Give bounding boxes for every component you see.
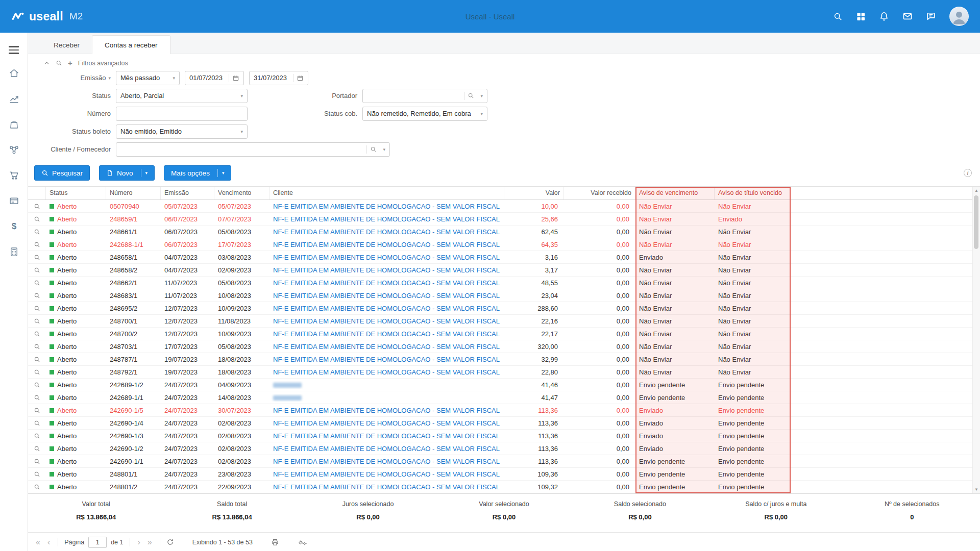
row-zoom-icon[interactable]	[28, 280, 46, 286]
period-select[interactable]: Mês passado▾	[116, 71, 180, 85]
first-page-button[interactable]: «	[34, 538, 42, 546]
chat-icon[interactable]	[926, 11, 936, 21]
table-row[interactable]: Aberto 248658/1 04/07/2023 03/08/2023 NF…	[28, 251, 980, 264]
row-zoom-icon[interactable]	[28, 318, 46, 324]
column-header-numero[interactable]: Número	[106, 187, 161, 199]
date-from-input[interactable]: 01/07/2023	[185, 71, 244, 85]
row-cliente-link[interactable]: NF-E EMITIDA EM AMBIENTE DE HOMOLOGACAO …	[273, 470, 500, 478]
row-zoom-icon[interactable]	[28, 343, 46, 350]
calendar-icon[interactable]	[232, 74, 239, 82]
table-row[interactable]: Aberto 05070940 05/07/2023 05/07/2023 NF…	[28, 200, 980, 213]
column-header-valor-recebido[interactable]: Valor recebido	[564, 187, 635, 199]
row-cliente-link[interactable]: NF-E EMITIDA EM AMBIENTE DE HOMOLOGACAO …	[273, 254, 500, 261]
row-zoom-icon[interactable]	[28, 458, 46, 465]
bell-icon[interactable]	[879, 11, 889, 21]
last-page-button[interactable]: »	[146, 538, 154, 546]
sidebar-item-finance[interactable]: $	[0, 213, 28, 239]
add-filter-icon[interactable]: +	[68, 59, 72, 67]
row-zoom-icon[interactable]	[28, 267, 46, 273]
table-row[interactable]: Aberto 248662/1 11/07/2023 05/08/2023 NF…	[28, 277, 980, 289]
mail-icon[interactable]	[902, 11, 913, 21]
table-row[interactable]: Aberto 248801/1 24/07/2023 23/08/2023 NF…	[28, 468, 980, 481]
column-header-vencimento[interactable]: Vencimento	[214, 187, 270, 199]
table-row[interactable]: Aberto 242690-1/3 24/07/2023 02/08/2023 …	[28, 430, 980, 442]
row-zoom-icon[interactable]	[28, 394, 46, 401]
row-zoom-icon[interactable]	[28, 433, 46, 439]
sidebar-item-sales[interactable]	[0, 162, 28, 188]
row-cliente-link[interactable]: NF-E EMITIDA EM AMBIENTE DE HOMOLOGACAO …	[273, 203, 500, 210]
row-cliente-link[interactable]: NF-E EMITIDA EM AMBIENTE DE HOMOLOGACAO …	[273, 407, 500, 414]
table-row[interactable]: Aberto 242689-1/1 24/07/2023 14/08/2023 …	[28, 391, 980, 404]
row-cliente-link[interactable]: NF-E EMITIDA EM AMBIENTE DE HOMOLOGACAO …	[273, 458, 500, 465]
table-row[interactable]: Aberto 242688-1/1 06/07/2023 17/07/2023 …	[28, 238, 980, 251]
date-to-input[interactable]: 31/07/2023	[249, 71, 308, 85]
table-row[interactable]: Aberto 248683/1 11/07/2023 10/08/2023 NF…	[28, 289, 980, 302]
row-cliente-link[interactable]	[273, 383, 302, 388]
table-row[interactable]: Aberto 248661/1 06/07/2023 05/08/2023 NF…	[28, 226, 980, 238]
settings-gears-icon[interactable]	[298, 538, 307, 546]
collapse-chevron-icon[interactable]	[43, 60, 50, 66]
table-row[interactable]: Aberto 242690-1/1 24/07/2023 02/08/2023 …	[28, 455, 980, 468]
row-cliente-link[interactable]: NF-E EMITIDA EM AMBIENTE DE HOMOLOGACAO …	[273, 368, 500, 376]
row-cliente-link[interactable]: NF-E EMITIDA EM AMBIENTE DE HOMOLOGACAO …	[273, 228, 500, 236]
row-cliente-link[interactable]: NF-E EMITIDA EM AMBIENTE DE HOMOLOGACAO …	[273, 305, 500, 312]
table-row[interactable]: Aberto 248659/1 06/07/2023 07/07/2023 NF…	[28, 213, 980, 226]
row-zoom-icon[interactable]	[28, 305, 46, 312]
numero-input[interactable]	[116, 107, 248, 121]
row-cliente-link[interactable]: NF-E EMITIDA EM AMBIENTE DE HOMOLOGACAO …	[273, 292, 500, 299]
table-row[interactable]: Aberto 248695/2 12/07/2023 10/09/2023 NF…	[28, 302, 980, 315]
sidebar-item-reports[interactable]	[0, 86, 28, 111]
status-select[interactable]: Aberto, Parcial▾	[116, 89, 248, 103]
sidebar-item-network[interactable]	[0, 137, 28, 162]
combo-search-icon[interactable]	[468, 92, 474, 99]
row-zoom-icon[interactable]	[28, 407, 46, 414]
sidebar-item-purchases[interactable]	[0, 111, 28, 137]
table-row[interactable]: Aberto 242689-1/2 24/07/2023 04/09/2023 …	[28, 379, 980, 391]
row-zoom-icon[interactable]	[28, 471, 46, 478]
pesquisar-button[interactable]: Pesquisar	[34, 165, 90, 181]
table-row[interactable]: Aberto 242690-1/5 24/07/2023 30/07/2023 …	[28, 404, 980, 417]
row-zoom-icon[interactable]	[28, 445, 46, 452]
avatar[interactable]	[949, 7, 969, 26]
portador-combo[interactable]: ▾	[362, 89, 487, 103]
row-cliente-link[interactable]: NF-E EMITIDA EM AMBIENTE DE HOMOLOGACAO …	[273, 356, 500, 363]
row-zoom-icon[interactable]	[28, 229, 46, 235]
tab-receber[interactable]: Receber	[41, 37, 92, 54]
refresh-icon[interactable]	[166, 538, 174, 546]
row-zoom-icon[interactable]	[28, 203, 46, 210]
print-icon[interactable]	[271, 538, 279, 546]
column-header-cliente[interactable]: Cliente	[270, 187, 504, 199]
novo-button[interactable]: Novo ▾	[99, 165, 155, 181]
row-zoom-icon[interactable]	[28, 292, 46, 299]
search-icon[interactable]	[833, 12, 843, 21]
column-header-valor[interactable]: Valor	[504, 187, 564, 199]
scroll-down-icon[interactable]: ▼	[973, 486, 980, 493]
table-row[interactable]: Aberto 248658/2 04/07/2023 02/09/2023 NF…	[28, 264, 980, 277]
novo-dropdown-icon[interactable]: ▾	[145, 170, 148, 176]
page-input[interactable]	[88, 537, 107, 548]
row-cliente-link[interactable]: NF-E EMITIDA EM AMBIENTE DE HOMOLOGACAO …	[273, 241, 500, 248]
sidebar-item-calculator[interactable]	[0, 239, 28, 264]
info-icon[interactable]: i	[964, 169, 972, 177]
row-cliente-link[interactable]: NF-E EMITIDA EM AMBIENTE DE HOMOLOGACAO …	[273, 343, 500, 350]
vertical-scrollbar[interactable]: ▲ ▼	[972, 187, 980, 493]
table-row[interactable]: Aberto 248792/1 19/07/2023 18/08/2023 NF…	[28, 366, 980, 379]
prev-page-button[interactable]: ‹	[46, 538, 52, 546]
emissao-field-selector[interactable]: Emissão▾	[28, 74, 116, 82]
scroll-up-icon[interactable]: ▲	[973, 187, 980, 194]
row-zoom-icon[interactable]	[28, 356, 46, 363]
row-zoom-icon[interactable]	[28, 216, 46, 222]
column-header-aviso-titulo-vencido[interactable]: Aviso de título vencido	[715, 187, 791, 199]
scroll-thumb[interactable]	[974, 195, 978, 249]
row-zoom-icon[interactable]	[28, 241, 46, 248]
sidebar-item-home[interactable]	[0, 60, 28, 86]
table-row[interactable]: Aberto 242690-1/2 24/07/2023 02/08/2023 …	[28, 442, 980, 455]
row-zoom-icon[interactable]	[28, 254, 46, 261]
tab-contas-a-receber[interactable]: Contas a receber	[92, 35, 170, 54]
combo-search-icon[interactable]	[370, 146, 377, 153]
hamburger-icon[interactable]	[0, 40, 28, 60]
row-cliente-link[interactable]: NF-E EMITIDA EM AMBIENTE DE HOMOLOGACAO …	[273, 266, 500, 274]
row-cliente-link[interactable]: NF-E EMITIDA EM AMBIENTE DE HOMOLOGACAO …	[273, 279, 500, 287]
row-cliente-link[interactable]: NF-E EMITIDA EM AMBIENTE DE HOMOLOGACAO …	[273, 215, 500, 223]
column-header-aviso-vencimento[interactable]: Aviso de vencimento	[635, 187, 715, 199]
